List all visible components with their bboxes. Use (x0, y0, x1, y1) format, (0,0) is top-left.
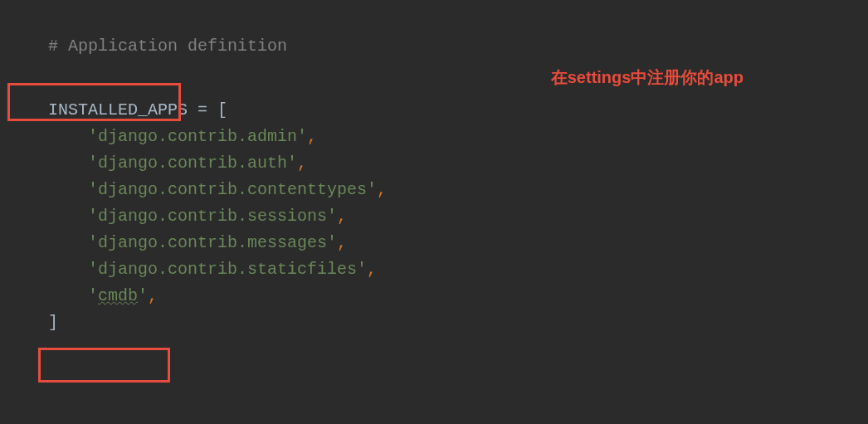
code-line-app: 'django.contrib.messages', (8, 203, 868, 230)
code-line-comment: # Application definition (8, 7, 868, 33)
code-line-app: 'django.contrib.auth', (8, 124, 868, 150)
code-line-app: 'django.contrib.contenttypes', (8, 150, 868, 177)
close-bracket: ] (48, 313, 58, 332)
code-line-app: 'django.contrib.admin', (8, 97, 868, 124)
code-line-app: 'cmdb', (8, 256, 868, 283)
code-line-close: ] (8, 283, 868, 309)
code-line-app: 'django.contrib.sessions', (8, 177, 868, 203)
code-line-app: 'django.contrib.staticfiles', (8, 230, 868, 256)
annotation-text: 在settings中注册你的app (551, 66, 744, 89)
annotation-highlight-box (38, 348, 170, 383)
comment-text: # Application definition (48, 37, 287, 56)
code-editor-viewport[interactable]: # Application definition INSTALLED_APPS … (0, 0, 868, 309)
